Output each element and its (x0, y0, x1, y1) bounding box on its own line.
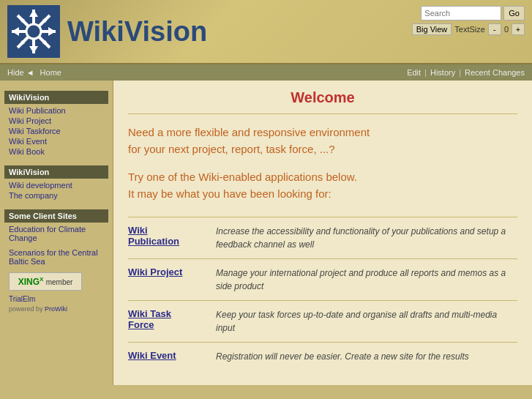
navbar-right: Edit | History | Recent Changes (407, 68, 525, 77)
sidebar-link-wiki-publication[interactable]: Wiki Publication (4, 105, 108, 116)
content-area: Welcome Need a more flexible and respons… (113, 81, 532, 385)
feature-row-1: Wiki ProjectManage your international pr… (128, 259, 517, 301)
feature-link-2[interactable]: Wiki TaskForce (128, 308, 171, 330)
feature-link-cell-1: Wiki Project (128, 259, 209, 301)
sidebar-link-wiki-project[interactable]: Wiki Project (4, 116, 108, 126)
feature-link-cell-3: Wiki Event (128, 343, 209, 371)
feature-link-cell-0: WikiPublication (128, 217, 209, 259)
hide-button[interactable]: Hide ◄ (7, 68, 34, 77)
feature-desc-1: Manage your international project and pr… (209, 259, 517, 301)
nav-recent-changes-link[interactable]: Recent Changes (465, 68, 525, 77)
sidebar-section-3: Some Client Sites (4, 209, 108, 223)
nav-home-link[interactable]: Home (40, 68, 61, 77)
xing-member-box: XINGX member (9, 272, 82, 291)
feature-desc-3: Registration will never be easier. Creat… (209, 343, 517, 371)
header: WikiVision Go Big View TextSize - 0 + (0, 0, 532, 64)
prowiki-link[interactable]: ProWiki (45, 305, 67, 313)
sub-line1: Try one of the Wiki-enabled applications… (128, 171, 357, 183)
welcome-title: Welcome (128, 89, 517, 114)
feature-link-0[interactable]: WikiPublication (128, 225, 179, 247)
navbar: Hide ◄ Home Edit | History | Recent Chan… (0, 64, 532, 81)
svg-point-5 (26, 24, 41, 39)
feature-row-3: Wiki EventRegistration will never be eas… (128, 343, 517, 371)
sidebar: WikiVision Wiki Publication Wiki Project… (0, 81, 113, 385)
sidebar-link-wiki-book[interactable]: Wiki Book (4, 146, 108, 157)
intro-line1: Need a more flexible and responsive envi… (128, 126, 370, 138)
sidebar-link-central-baltic[interactable]: Scenarios for the Central Baltic Sea (4, 247, 108, 266)
sidebar-link-education-climate[interactable]: Education for Climate Change (4, 224, 108, 243)
feature-row-0: WikiPublicationIncrease the accessibilit… (128, 217, 517, 259)
sub-line2: It may be what you have been looking for… (128, 187, 331, 200)
trialelm-link[interactable]: TrialElm (4, 294, 108, 305)
nav-sep1: | (424, 68, 427, 77)
sidebar-link-the-company[interactable]: The company (4, 190, 108, 201)
sidebar-section-1: WikiVision (4, 91, 108, 104)
main-layout: WikiVision Wiki Publication Wiki Project… (0, 81, 532, 385)
feature-link-3[interactable]: Wiki Event (128, 350, 176, 361)
features-table: WikiPublicationIncrease the accessibilit… (128, 217, 517, 370)
logo-icon (7, 5, 60, 58)
xing-member-text: member (46, 278, 73, 286)
feature-link-cell-2: Wiki TaskForce (128, 301, 209, 343)
feature-desc-2: Keep your task forces up-to-date and org… (209, 301, 517, 343)
search-input[interactable] (421, 6, 501, 20)
nav-sep2: | (459, 68, 461, 77)
sidebar-section-2: WikiVision (4, 165, 108, 179)
sidebar-link-wiki-event[interactable]: Wiki Event (4, 136, 108, 146)
feature-desc-0: Increase the accessibility and functiona… (209, 217, 517, 259)
logo-area: WikiVision (0, 5, 207, 58)
sub-text: Try one of the Wiki-enabled applications… (128, 169, 517, 202)
sidebar-link-wiki-development[interactable]: Wiki development (4, 180, 108, 190)
intro-text: Need a more flexible and responsive envi… (128, 124, 517, 157)
nav-edit-link[interactable]: Edit (407, 68, 421, 77)
big-view-button[interactable]: Big View (412, 23, 452, 35)
powered-by-text: powered by (9, 305, 43, 313)
xing-logo: XINGX (18, 277, 44, 287)
view-row: Big View TextSize - 0 + (412, 23, 525, 35)
search-button[interactable]: Go (503, 6, 525, 20)
intro-line2: for your next project, report, task forc… (128, 143, 335, 155)
nav-history-link[interactable]: History (430, 68, 455, 77)
textsize-plus-button[interactable]: + (512, 23, 525, 35)
search-row: Go (421, 6, 525, 20)
navbar-left: Hide ◄ Home (7, 68, 61, 77)
powered-by: powered by ProWiki (4, 305, 108, 313)
header-right: Go Big View TextSize - 0 + (412, 6, 525, 35)
textsize-value: 0 (504, 25, 509, 34)
textsize-label: TextSize (454, 25, 485, 34)
textsize-minus-button[interactable]: - (488, 23, 501, 35)
site-title: WikiVision (67, 16, 207, 48)
features-tbody: WikiPublicationIncrease the accessibilit… (128, 217, 517, 371)
feature-row-2: Wiki TaskForceKeep your task forces up-t… (128, 301, 517, 343)
sidebar-link-wiki-taskforce[interactable]: Wiki Taskforce (4, 126, 108, 136)
feature-link-1[interactable]: Wiki Project (128, 266, 182, 277)
